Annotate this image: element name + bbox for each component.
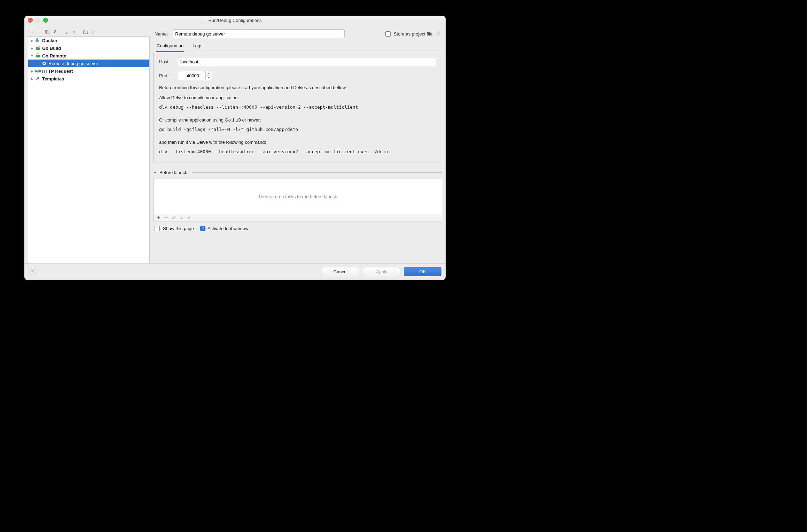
dialog-footer: ? Cancel Apply OK (24, 263, 446, 280)
instructions-text: and then run it via Delve with the follo… (159, 140, 436, 145)
step-up-icon[interactable]: ▲ (206, 71, 212, 76)
expand-arrow-icon[interactable]: ▶ (30, 77, 34, 81)
tab-logs[interactable]: Logs (192, 42, 203, 52)
activate-tool-label: Activate tool window (207, 226, 249, 231)
collapse-arrow-icon[interactable]: ▼ (30, 54, 34, 58)
show-page-label: Show this page (163, 226, 194, 231)
svg-text:API: API (36, 70, 39, 72)
configuration-panel: Host: Port: ▲ ▼ Before runnin (153, 52, 442, 163)
wrench-icon[interactable] (52, 29, 58, 35)
before-launch-toolbar: ▲ ▼ (153, 214, 442, 221)
command-text: dlv --listen=:40000 --headless=true --ap… (159, 149, 436, 154)
svg-rect-5 (37, 39, 38, 40)
show-this-page-checkbox[interactable]: Show this page (153, 225, 194, 232)
main-panel: Name: Store as project file Configuratio… (153, 29, 442, 263)
port-stepper[interactable]: ▲ ▼ (205, 71, 212, 80)
configurations-tree[interactable]: ▶ Docker ▶ Go Build ▼ (28, 36, 150, 263)
svg-rect-1 (47, 31, 49, 34)
apply-button: Apply (363, 267, 400, 276)
svg-text:z: z (94, 32, 95, 34)
store-checkbox-input[interactable] (385, 31, 391, 37)
ok-button[interactable]: OK (404, 267, 441, 276)
svg-rect-9 (36, 55, 40, 57)
instructions-text: Before running this configuration, pleas… (159, 85, 436, 90)
before-launch-list[interactable]: There are no tasks to run before launch (153, 179, 442, 214)
down-arrow-icon: ▼ (71, 29, 77, 35)
divider (192, 172, 442, 173)
edit-icon (171, 215, 177, 220)
tree-item-label: HTTP Request (42, 69, 73, 74)
tree-item-label: Remote debug go server (48, 61, 98, 66)
maximize-icon[interactable] (43, 18, 48, 23)
close-icon[interactable] (28, 18, 33, 23)
folder-icon[interactable] (83, 29, 88, 35)
dialog-window: Run/Debug Configurations (24, 16, 446, 280)
svg-rect-6 (37, 38, 38, 39)
add-icon[interactable] (156, 215, 161, 220)
step-down-icon[interactable]: ▼ (206, 76, 212, 80)
host-input[interactable] (178, 57, 436, 66)
collapse-arrow-icon[interactable]: ▼ (153, 171, 157, 174)
instructions-text: Or compile the application using Go 1.10… (159, 117, 436, 123)
show-page-checkbox-input[interactable] (155, 226, 160, 231)
docker-icon (35, 38, 41, 43)
go-build-icon (35, 45, 41, 51)
before-launch-label: Before launch (159, 170, 187, 175)
before-launch-section: ▼ Before launch There are no tasks to ru… (153, 170, 442, 232)
store-label: Store as project file (394, 31, 432, 37)
expand-arrow-icon[interactable]: ▶ (30, 69, 34, 73)
empty-text: There are no tasks to run before launch (258, 194, 337, 199)
tree-item-docker[interactable]: ▶ Docker (28, 37, 149, 44)
cancel-button[interactable]: Cancel (322, 267, 359, 276)
checked-checkbox-icon[interactable]: ✓ (200, 226, 205, 231)
tree-item-label: Docker (42, 38, 57, 43)
name-label: Name: (155, 31, 168, 37)
add-icon[interactable] (29, 29, 35, 35)
titlebar: Run/Debug Configurations (24, 16, 446, 25)
activate-tool-window-checkbox[interactable]: ✓ Activate tool window (200, 226, 249, 231)
tree-item-templates[interactable]: ▶ Templates (28, 75, 149, 83)
up-arrow-icon: ▲ (64, 29, 69, 35)
down-arrow-icon: ▼ (186, 215, 192, 220)
window-title: Run/Debug Configurations (24, 18, 446, 23)
gear-icon (436, 31, 441, 37)
tree-item-label: Templates (42, 76, 64, 81)
go-remote-icon (35, 53, 41, 58)
minimize-icon (36, 18, 40, 23)
help-icon[interactable]: ? (29, 268, 36, 275)
remove-icon (163, 215, 169, 220)
expand-arrow-icon[interactable]: ▶ (30, 39, 34, 42)
tree-item-http-request[interactable]: ▶ API HTTP Request (28, 67, 149, 75)
svg-point-11 (44, 63, 45, 64)
command-text: dlv debug --headless --listen=:40000 --a… (159, 104, 436, 110)
command-text: go build -gcflags \"all=-N -l\" github.c… (159, 127, 436, 132)
tree-item-remote-debug-go-server[interactable]: Remote debug go server (28, 60, 149, 67)
port-label: Port: (159, 73, 174, 78)
tree-item-label: Go Build (42, 46, 61, 51)
up-arrow-icon: ▲ (179, 215, 184, 220)
tabs: Configuration Logs (153, 42, 442, 52)
svg-point-8 (38, 46, 40, 48)
sort-icon: az (91, 29, 96, 35)
host-label: Host: (159, 59, 174, 64)
tree-item-go-build[interactable]: ▶ Go Build (28, 44, 149, 52)
tab-configuration[interactable]: Configuration (156, 42, 184, 52)
svg-rect-4 (36, 39, 37, 40)
copy-icon[interactable] (45, 29, 50, 35)
expand-arrow-icon[interactable]: ▶ (30, 46, 34, 50)
http-request-icon: API (35, 68, 41, 74)
svg-point-14 (438, 33, 439, 34)
tree-item-label: Go Remote (42, 53, 66, 58)
name-input[interactable] (173, 29, 345, 38)
wrench-icon (35, 76, 41, 81)
go-remote-config-icon (41, 61, 47, 66)
store-as-project-file-checkbox[interactable]: Store as project file (384, 30, 441, 38)
tree-toolbar: ▲ ▼ az (28, 29, 150, 36)
tree-item-go-remote[interactable]: ▼ Go Remote (28, 52, 149, 60)
instructions-text: Allow Delve to compile your application: (159, 95, 436, 100)
remove-icon[interactable] (37, 29, 42, 35)
sidebar: ▲ ▼ az ▶ Docker (28, 29, 150, 263)
